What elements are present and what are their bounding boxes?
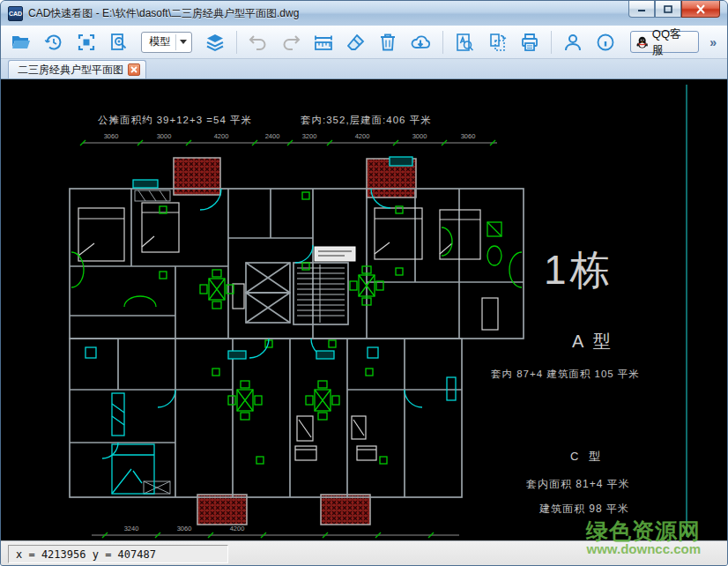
app-icon: CAD: [8, 6, 23, 21]
find-text-icon: [454, 32, 475, 53]
fit-screen-icon: [76, 32, 97, 53]
qq-service-label: QQ客服: [652, 26, 691, 58]
svg-text:3200: 3200: [302, 132, 317, 140]
maximize-icon: [663, 4, 673, 14]
window-title: CAD快速看图 - E:\软件\dasoft\二三房经典户型平面图.dwg: [28, 6, 299, 21]
find-text-button[interactable]: [451, 28, 479, 56]
tab-label: 二三房经典户型平面图: [18, 63, 123, 78]
type-c-label: C 型: [570, 450, 604, 463]
app-window: CAD CAD快速看图 - E:\软件\dasoft\二三房经典户型平面图.dw…: [0, 0, 728, 566]
drawing-canvas[interactable]: 公摊面积约 39+12+3 =54 平米 套内:352,层建面:406 平米 3…: [1, 78, 727, 540]
type-a-label: A 型: [572, 331, 613, 351]
page-transform-button[interactable]: [483, 28, 510, 56]
balcony-hatch-areas: [174, 158, 416, 525]
svg-text:4200: 4200: [230, 525, 245, 532]
layers-button[interactable]: [201, 28, 228, 56]
layers-icon: [204, 32, 226, 53]
user-icon: [562, 32, 583, 53]
floor-area-note: 套内:352,层建面:406 平米: [301, 115, 432, 125]
svg-text:2400: 2400: [265, 132, 280, 140]
minimize-icon: [636, 4, 647, 13]
fit-view-button[interactable]: [73, 28, 100, 56]
sofa-arc: [71, 252, 84, 287]
cloud-download-icon: [410, 32, 431, 53]
about-button[interactable]: [592, 28, 620, 56]
qq-service-button[interactable]: QQ客服: [630, 31, 700, 53]
type-c-area1-label: 套内面积 81+4 平米: [526, 478, 630, 490]
history-clock-icon: [43, 32, 64, 53]
cursor-coordinates: x = 4213956 y = 407487: [8, 545, 228, 563]
open-file-button[interactable]: [8, 28, 35, 56]
floor-plan-drawing: 公摊面积约 39+12+3 =54 平米 套内:352,层建面:406 平米 3…: [1, 79, 724, 540]
door-arc: [405, 390, 422, 407]
eraser-icon: [345, 32, 367, 53]
page-zoom-icon: [108, 32, 130, 53]
minimize-button[interactable]: [628, 1, 655, 18]
svg-text:3240: 3240: [124, 525, 139, 532]
printer-icon: [519, 32, 540, 53]
dining-set: [306, 381, 339, 420]
ruler-measure-icon: [313, 32, 334, 53]
preview-button[interactable]: [105, 28, 132, 56]
toolbar-overflow-chevron[interactable]: »: [704, 35, 720, 49]
public-area-note: 公摊面积约 39+12+3 =54 平米: [98, 115, 252, 125]
qq-penguin-icon: [635, 35, 649, 49]
tab-floorplan[interactable]: 二三房经典户型平面图: [8, 60, 146, 78]
door-arc: [295, 245, 313, 263]
title-bar[interactable]: CAD CAD快速看图 - E:\软件\dasoft\二三房经典户型平面图.dw…: [1, 1, 727, 26]
main-toolbar: 模型: [1, 26, 727, 59]
tab-close-button[interactable]: [128, 63, 140, 76]
door-arc: [158, 390, 175, 407]
dimension-line-top: 3060 3000 4200 2400 3200 4200 3000 3060: [80, 132, 497, 145]
info-icon: [595, 32, 616, 53]
maximize-button[interactable]: [655, 1, 681, 18]
status-bar: x = 4213956 y = 407487: [1, 540, 727, 566]
user-account-button[interactable]: [560, 28, 587, 56]
door-arc: [249, 339, 269, 358]
svg-text:3000: 3000: [157, 132, 172, 140]
type-c-area2-label: 建筑面积 98 平米: [539, 503, 629, 515]
trash-icon: [377, 32, 398, 53]
top-annotations: 公摊面积约 39+12+3 =54 平米 套内:352,层建面:406 平米: [98, 115, 432, 125]
recent-files-button[interactable]: [41, 28, 68, 56]
close-icon: [695, 4, 706, 14]
measure-button[interactable]: [310, 28, 338, 56]
document-tab-bar: 二三房经典户型平面图: [1, 59, 727, 78]
layout-model-value: 模型: [149, 34, 170, 49]
svg-text:3000: 3000: [412, 132, 427, 140]
redo-icon: [280, 32, 301, 53]
dropdown-arrow: [175, 34, 189, 50]
undo-icon: [248, 32, 269, 53]
redo-button[interactable]: [278, 28, 305, 56]
svg-text:3060: 3060: [104, 132, 119, 140]
page-transform-icon: [487, 32, 508, 53]
layout-model-dropdown[interactable]: 模型: [141, 32, 192, 53]
open-folder-icon: [11, 32, 32, 53]
delete-button[interactable]: [375, 28, 402, 56]
svg-text:4200: 4200: [214, 132, 229, 140]
tab-close-icon: [130, 66, 137, 73]
plan-labels: 1栋 A 型 套内 87+4 建筑面积 105 平米 C 型 套内面积 81+4…: [491, 247, 640, 515]
cloud-sync-button[interactable]: [407, 28, 435, 56]
wardrobe: [112, 393, 124, 436]
balcony-bottom-right: [321, 495, 370, 525]
undo-button[interactable]: [245, 28, 272, 56]
balcony-bottom-left: [197, 495, 247, 525]
toolbar-separator: [442, 31, 443, 54]
close-button[interactable]: [681, 1, 720, 18]
sofa-arc: [124, 296, 156, 307]
type-a-area-label: 套内 87+4 建筑面积 105 平米: [491, 369, 640, 379]
closets: [135, 190, 355, 494]
svg-text:3060: 3060: [177, 525, 192, 532]
svg-text:4200: 4200: [355, 132, 370, 140]
eraser-button[interactable]: [342, 28, 369, 56]
dimension-line-bottom: 3240 3060 4200: [92, 525, 459, 538]
svg-text:3060: 3060: [461, 132, 476, 140]
stair-treads: [297, 264, 345, 323]
door-arc: [102, 443, 118, 458]
toolbar-separator: [236, 31, 237, 54]
beds-and-appliances: [78, 203, 498, 460]
toolbar-separator: [551, 31, 552, 54]
building-number-label: 1栋: [544, 247, 614, 293]
print-button[interactable]: [516, 28, 543, 56]
